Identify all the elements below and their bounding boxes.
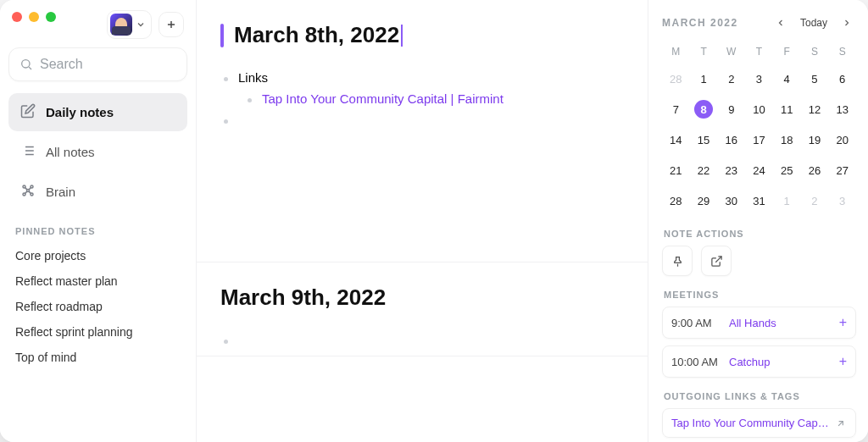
calendar-day[interactable]: 2 <box>801 186 829 215</box>
bullet-item[interactable] <box>224 109 624 127</box>
meeting-item[interactable]: 10:00 AMCatchup+ <box>662 345 856 378</box>
calendar-dow: S <box>801 41 829 63</box>
calendar-day[interactable]: 16 <box>717 125 745 154</box>
bullet-text: Links <box>238 70 268 85</box>
calendar-day[interactable]: 3 <box>828 186 856 215</box>
pin-icon <box>671 255 684 268</box>
calendar-today-button[interactable]: Today <box>793 14 834 32</box>
chevron-down-icon <box>136 19 146 30</box>
calendar-dow: F <box>773 41 801 63</box>
calendar-day[interactable]: 14 <box>662 125 690 154</box>
search-placeholder: Search <box>40 57 83 72</box>
calendar-day[interactable]: 12 <box>801 95 829 124</box>
note-title-text: March 9th, 2022 <box>220 285 386 311</box>
window-close[interactable] <box>12 12 22 22</box>
calendar-day[interactable]: 15 <box>690 125 718 154</box>
nav-item-daily-notes[interactable]: Daily notes <box>8 93 187 131</box>
pin-note-button[interactable] <box>662 246 693 276</box>
window-minimize[interactable] <box>29 12 39 22</box>
meeting-item[interactable]: 9:00 AMAll Hands+ <box>662 307 856 339</box>
calendar-day[interactable]: 24 <box>745 156 773 185</box>
calendar-day[interactable]: 30 <box>717 186 745 215</box>
new-note-button[interactable] <box>159 12 184 37</box>
calendar-dow: M <box>662 41 690 63</box>
calendar-grid: MTWTFSS281234567891011121314151617181920… <box>662 41 856 215</box>
calendar-prev-button[interactable] <box>771 14 790 32</box>
calendar-day[interactable]: 1 <box>773 186 801 215</box>
account-switcher[interactable] <box>107 10 152 39</box>
bullet-item[interactable]: Tap Into Your Community Capital | Fairmi… <box>224 88 624 109</box>
calendar-day[interactable]: 17 <box>745 125 773 154</box>
calendar-day[interactable]: 8 <box>690 95 718 124</box>
pinned-item[interactable]: Reflect sprint planning <box>8 319 187 345</box>
note-body[interactable]: LinksTap Into Your Community Capital | F… <box>220 67 624 127</box>
bullet-item[interactable] <box>224 329 624 347</box>
pinned-item[interactable]: Reflect roadmap <box>8 294 187 319</box>
calendar-day[interactable]: 9 <box>717 95 745 124</box>
note-body[interactable] <box>220 329 624 347</box>
svg-line-19 <box>715 256 721 262</box>
calendar-day[interactable]: 28 <box>662 186 690 215</box>
note-title[interactable]: March 9th, 2022 <box>220 285 624 311</box>
calendar-day[interactable]: 18 <box>773 125 801 154</box>
calendar-nav: Today <box>771 14 856 32</box>
calendar-day[interactable]: 1 <box>690 64 718 93</box>
calendar-dow: T <box>690 41 718 63</box>
calendar-day[interactable]: 29 <box>690 186 718 215</box>
svg-point-12 <box>23 193 25 196</box>
outgoing-link-item[interactable]: Tap Into Your Community Capital... <box>662 408 856 438</box>
external-link-icon <box>710 255 723 268</box>
bullet-dot-icon <box>224 119 228 124</box>
note-actions-heading: NOTE ACTIONS <box>664 229 856 239</box>
add-meeting-note-button[interactable]: + <box>839 315 847 330</box>
window-controls <box>12 12 56 22</box>
calendar-day[interactable]: 22 <box>690 156 718 185</box>
calendar-day[interactable]: 3 <box>745 64 773 93</box>
bullet-dot-icon <box>248 98 252 102</box>
outgoing-links-list: Tap Into Your Community Capital... <box>662 408 856 438</box>
nav-item-all-notes[interactable]: All notes <box>8 133 187 171</box>
calendar-day[interactable]: 4 <box>773 64 801 93</box>
nav-item-brain[interactable]: Brain <box>8 173 187 211</box>
meetings-list: 9:00 AMAll Hands+10:00 AMCatchup+ <box>662 307 856 378</box>
calendar-day[interactable]: 13 <box>828 95 856 124</box>
right-panel: MARCH 2022 Today MTWTFSS2812345678910111… <box>648 0 868 442</box>
calendar-day[interactable]: 25 <box>773 156 801 185</box>
bullet-item[interactable]: Links <box>224 67 624 88</box>
text-cursor <box>401 25 403 47</box>
calendar-day[interactable]: 26 <box>801 156 829 185</box>
pinned-item[interactable]: Top of mind <box>8 345 187 370</box>
calendar-next-button[interactable] <box>837 14 856 32</box>
svg-point-11 <box>31 185 33 188</box>
add-meeting-note-button[interactable]: + <box>839 354 847 369</box>
calendar-day[interactable]: 19 <box>801 125 829 154</box>
meeting-time: 9:00 AM <box>671 317 721 329</box>
svg-point-10 <box>23 185 25 188</box>
calendar-day[interactable]: 31 <box>745 186 773 215</box>
calendar-day[interactable]: 11 <box>773 95 801 124</box>
calendar-day[interactable]: 5 <box>801 64 829 93</box>
open-external-button[interactable] <box>701 246 732 276</box>
calendar-day[interactable]: 7 <box>662 95 690 124</box>
svg-line-18 <box>29 191 31 193</box>
calendar-month-label: MARCH 2022 <box>662 17 738 29</box>
pinned-item[interactable]: Core projects <box>8 243 187 268</box>
note-title[interactable]: March 8th, 2022 <box>220 22 624 48</box>
pinned-item[interactable]: Reflect master plan <box>8 268 187 294</box>
calendar-day[interactable]: 10 <box>745 95 773 124</box>
calendar-day[interactable]: 20 <box>828 125 856 154</box>
search-input[interactable]: Search <box>8 47 187 81</box>
calendar-day[interactable]: 28 <box>662 64 690 93</box>
pinned-notes-heading: PINNED NOTES <box>15 226 181 236</box>
chevron-left-icon <box>776 18 786 28</box>
calendar-day[interactable]: 6 <box>828 64 856 93</box>
bullet-dot-icon <box>224 77 228 81</box>
note-link[interactable]: Tap Into Your Community Capital | Fairmi… <box>262 91 504 106</box>
window-maximize[interactable] <box>46 12 56 22</box>
calendar-day[interactable]: 23 <box>717 156 745 185</box>
calendar-dow: T <box>745 41 773 63</box>
calendar-day[interactable]: 21 <box>662 156 690 185</box>
calendar-dow: S <box>828 41 856 63</box>
calendar-day[interactable]: 2 <box>717 64 745 93</box>
calendar-day[interactable]: 27 <box>828 156 856 185</box>
